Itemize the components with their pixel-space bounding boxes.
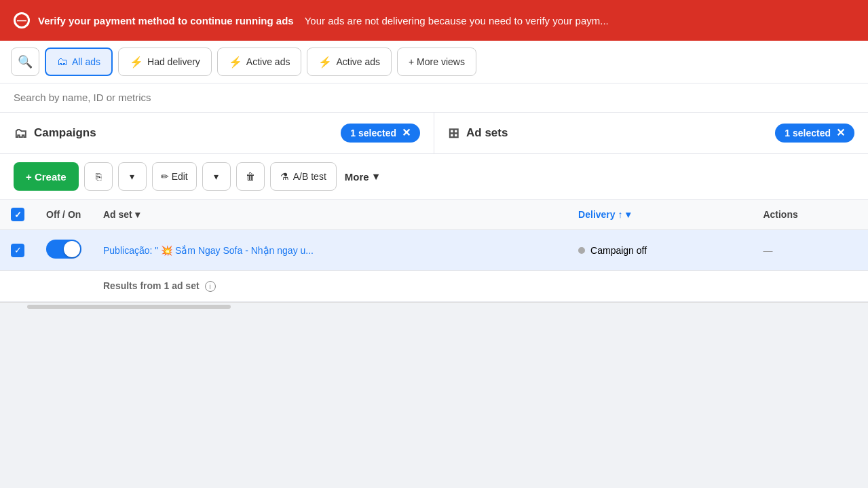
ab-test-label: A/B test [293, 171, 326, 182]
results-text-cell: Results from 1 ad set i [92, 271, 567, 302]
alert-icon: — [14, 12, 30, 29]
horizontal-scrollbar[interactable] [0, 302, 868, 310]
th-delivery[interactable]: Delivery ↑ ▾ [567, 200, 752, 230]
toolbar: + Create ⎘ ▾ ✏ Edit ▾ 🗑 ⚗ A/B test More … [0, 154, 868, 200]
search-icon: 🔍 [18, 54, 33, 69]
row-checkbox[interactable]: ✓ [11, 244, 24, 257]
campaigns-label: Campaigns [34, 126, 96, 140]
tab-active-ads-2-label: Active ads [336, 56, 380, 67]
row-toggle-cell [35, 230, 92, 271]
ads-table: ✓ Off / On Ad set ▾ Delivery ↑ ▾ [0, 200, 868, 302]
chevron-down-icon: ▾ [130, 171, 134, 182]
adsets-panel: ⊞ Ad sets 1 selected ✕ [434, 113, 868, 153]
table-row: ✓ Publicação: " 💥 Sắm Ngay Sofa - Nhận n… [0, 230, 868, 271]
tab-all-ads-label: All ads [72, 56, 100, 67]
campaigns-selected-badge[interactable]: 1 selected ✕ [341, 124, 420, 143]
adsets-title: ⊞ Ad sets [448, 125, 508, 141]
edit-dropdown-button[interactable]: ▾ [202, 162, 231, 191]
results-actions-cell [752, 271, 868, 302]
adsets-selected-badge[interactable]: 1 selected ✕ [775, 124, 854, 143]
th-toggle: Off / On [35, 200, 92, 230]
active-ads-2-icon: ⚡ [318, 56, 332, 69]
table-header: ✓ Off / On Ad set ▾ Delivery ↑ ▾ [0, 200, 868, 230]
alert-banner: — Verify your payment method to continue… [0, 0, 868, 41]
had-delivery-icon: ⚡ [130, 56, 143, 69]
row-ad-set-cell: Publicação: " 💥 Sắm Ngay Sofa - Nhận nga… [92, 230, 567, 271]
create-button[interactable]: + Create [14, 162, 79, 191]
more-views-button[interactable]: + More views [397, 48, 476, 76]
delivery-sort-dropdown-icon[interactable]: ▾ [626, 209, 630, 220]
more-views-label: + More views [409, 56, 465, 67]
tab-all-ads[interactable]: 🗂 All ads [45, 48, 113, 76]
delivery-sort-asc-icon: ↑ [618, 209, 623, 220]
edit-icon: ✏ [161, 171, 169, 182]
tab-active-ads-1-label: Active ads [246, 56, 290, 67]
alert-title: Verify your payment method to continue r… [38, 15, 294, 26]
row-delivery-cell: Campaign off [567, 230, 752, 271]
tab-active-ads-1[interactable]: ⚡ Active ads [217, 48, 302, 76]
row-actions-cell: — [752, 230, 868, 271]
actions-dash: — [763, 245, 772, 256]
more-label: More [345, 171, 369, 183]
adsets-icon: ⊞ [448, 125, 459, 141]
results-info-icon[interactable]: i [205, 281, 216, 292]
delivery-status-text: Campaign off [590, 245, 647, 256]
scrollbar-thumb[interactable] [27, 305, 231, 309]
active-ads-1-icon: ⚡ [229, 56, 242, 69]
duplicate-dropdown-button[interactable]: ▾ [118, 162, 147, 191]
results-delivery-cell [567, 271, 752, 302]
tab-active-ads-2[interactable]: ⚡ Active ads [307, 48, 392, 76]
campaigns-selected-close-icon[interactable]: ✕ [402, 128, 411, 138]
th-ad-set: Ad set ▾ [92, 200, 567, 230]
duplicate-button[interactable]: ⎘ [84, 162, 113, 191]
results-toggle-cell [35, 271, 92, 302]
search-icon-button[interactable]: 🔍 [11, 48, 39, 76]
more-chevron-down-icon: ▾ [373, 170, 379, 183]
row-toggle[interactable] [46, 240, 81, 259]
delivery-status-dot [578, 247, 585, 254]
search-bar [0, 83, 868, 113]
more-button[interactable]: More ▾ [342, 165, 381, 188]
all-ads-icon: 🗂 [57, 56, 68, 68]
select-all-checkbox[interactable]: ✓ [11, 208, 24, 221]
trash-icon: 🗑 [246, 171, 255, 182]
section-headers: 🗂 Campaigns 1 selected ✕ ⊞ Ad sets 1 sel… [0, 113, 868, 154]
results-cb-cell [0, 271, 35, 302]
table-body: ✓ Publicação: " 💥 Sắm Ngay Sofa - Nhận n… [0, 230, 868, 302]
flask-icon: ⚗ [280, 171, 289, 182]
adsets-selected-count: 1 selected [785, 128, 831, 138]
campaigns-title: 🗂 Campaigns [14, 126, 96, 141]
tab-had-delivery[interactable]: ⚡ Had delivery [118, 48, 212, 76]
th-actions: Actions [752, 200, 868, 230]
filter-bar: 🔍 🗂 All ads ⚡ Had delivery ⚡ Active ads … [0, 41, 868, 83]
tab-had-delivery-label: Had delivery [147, 56, 200, 67]
ad-set-sort-icon[interactable]: ▾ [135, 209, 140, 220]
ab-test-button[interactable]: ⚗ A/B test [270, 162, 337, 191]
ads-table-wrapper: ✓ Off / On Ad set ▾ Delivery ↑ ▾ [0, 200, 868, 302]
row-checkbox-cell: ✓ [0, 230, 35, 271]
results-row: Results from 1 ad set i [0, 271, 868, 302]
edit-chevron-down-icon: ▾ [214, 171, 219, 182]
ad-name-link[interactable]: Publicação: " 💥 Sắm Ngay Sofa - Nhận nga… [103, 245, 314, 256]
edit-button[interactable]: ✏ Edit [152, 162, 197, 191]
adsets-label: Ad sets [466, 126, 508, 140]
alert-description: Your ads are not delivering because you … [305, 15, 609, 26]
campaigns-panel: 🗂 Campaigns 1 selected ✕ [0, 113, 434, 153]
delete-button[interactable]: 🗑 [236, 162, 265, 191]
results-text: Results from 1 ad set [103, 280, 200, 291]
edit-label: Edit [172, 171, 188, 182]
campaigns-selected-count: 1 selected [350, 128, 396, 138]
th-checkbox: ✓ [0, 200, 35, 230]
create-label: + Create [26, 171, 67, 183]
adsets-selected-close-icon[interactable]: ✕ [836, 128, 845, 138]
toggle-knob [64, 241, 80, 257]
campaigns-icon: 🗂 [14, 126, 27, 141]
duplicate-icon: ⎘ [96, 171, 101, 182]
search-input[interactable] [14, 92, 854, 103]
